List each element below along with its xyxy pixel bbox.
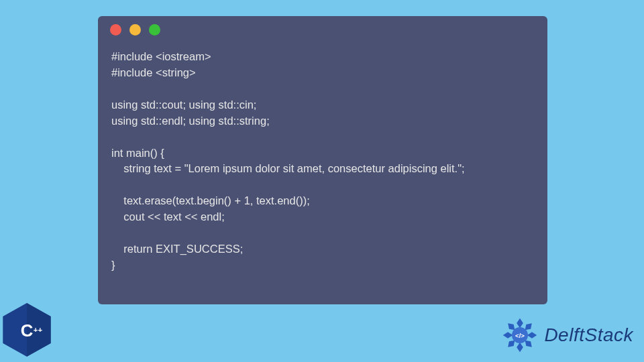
close-icon [110, 24, 121, 36]
svg-marker-6 [527, 332, 537, 339]
svg-marker-3 [517, 318, 524, 328]
cpp-logo-icon: C ++ [3, 303, 51, 357]
window-titlebar [98, 24, 547, 42]
svg-marker-4 [517, 343, 524, 352]
cpp-label: C [21, 321, 34, 340]
brand-name: DelftStack [544, 324, 633, 346]
svg-text:</>: </> [515, 332, 525, 339]
minimize-icon [129, 24, 141, 36]
code-window: #include <iostream> #include <string> us… [98, 16, 547, 304]
svg-text:++: ++ [34, 326, 43, 334]
maximize-icon [149, 24, 160, 36]
brand-container: </> DelftStack [500, 315, 633, 355]
svg-marker-5 [503, 332, 513, 339]
brand-logo-icon: </> [500, 315, 540, 355]
code-content: #include <iostream> #include <string> us… [98, 42, 547, 286]
